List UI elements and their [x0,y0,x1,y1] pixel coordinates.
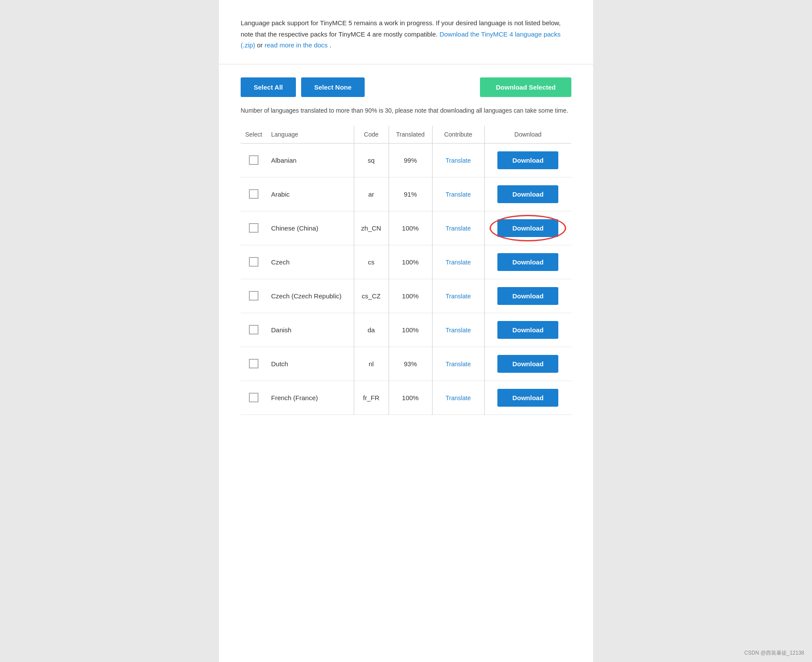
col-header-language: Language [267,126,354,144]
languages-note: Number of languages translated to more t… [241,106,571,115]
col-header-contribute: Contribute [432,126,484,144]
translated-pct-albanian: 99% [389,143,432,177]
language-name-chinese-china: Chinese (China) [267,211,354,245]
table-row: Danishda100%TranslateDownload [241,313,571,347]
row-select-cell [241,245,267,279]
download-button-french-france[interactable]: Download [497,389,558,407]
language-code-danish: da [354,313,389,347]
checkbox-dutch[interactable] [249,359,258,368]
contribute-cell-danish: Translate [432,313,484,347]
download-cell-french-france: Download [484,381,571,415]
language-name-french-france: French (France) [267,381,354,415]
table-row: Arabicar91%TranslateDownload [241,177,571,211]
download-button-czech-republic[interactable]: Download [497,287,558,305]
language-name-dutch: Dutch [267,347,354,381]
translate-link-dutch[interactable]: Translate [446,361,471,368]
row-select-cell [241,279,267,313]
checkbox-french-france[interactable] [249,393,258,402]
download-selected-button[interactable]: Download Selected [480,77,571,97]
download-button-danish[interactable]: Download [497,321,558,339]
info-section: Language pack support for TinyMCE 5 rema… [219,0,593,64]
row-select-cell [241,347,267,381]
contribute-cell-arabic: Translate [432,177,484,211]
table-row: Chinese (China)zh_CN100%TranslateDownloa… [241,211,571,245]
translated-pct-arabic: 91% [389,177,432,211]
checkbox-czech-republic[interactable] [249,291,258,301]
language-code-czech-republic: cs_CZ [354,279,389,313]
translate-link-czech[interactable]: Translate [446,259,471,266]
download-cell-arabic: Download [484,177,571,211]
contribute-cell-chinese-china: Translate [432,211,484,245]
translated-pct-czech: 100% [389,245,432,279]
controls-section: Select All Select None Download Selected… [219,64,593,424]
table-row: Albaniansq99%TranslateDownload [241,143,571,177]
translate-link-czech-republic[interactable]: Translate [446,293,471,300]
row-select-cell [241,177,267,211]
translate-link-arabic[interactable]: Translate [446,191,471,198]
download-cell-danish: Download [484,313,571,347]
table-header-row: Select Language Code Translated Contribu… [241,126,571,144]
language-code-dutch: nl [354,347,389,381]
row-select-cell [241,143,267,177]
checkbox-arabic[interactable] [249,189,258,199]
select-none-button[interactable]: Select None [301,77,365,97]
col-header-select: Select [241,126,267,144]
download-cell-chinese-china: Download [484,211,571,245]
download-button-dutch[interactable]: Download [497,355,558,373]
contribute-cell-czech-republic: Translate [432,279,484,313]
download-highlight-chinese-china: Download [497,219,558,237]
download-cell-albanian: Download [484,143,571,177]
read-more-link[interactable]: read more in the docs [265,41,328,49]
language-code-arabic: ar [354,177,389,211]
language-code-albanian: sq [354,143,389,177]
download-button-czech[interactable]: Download [497,253,558,271]
checkbox-danish[interactable] [249,325,258,334]
row-select-cell [241,211,267,245]
download-button-albanian[interactable]: Download [497,151,558,169]
col-header-download: Download [484,126,571,144]
info-text-between: or [257,41,265,49]
contribute-cell-albanian: Translate [432,143,484,177]
download-cell-czech: Download [484,245,571,279]
table-row: Dutchnl93%TranslateDownload [241,347,571,381]
table-row: French (France)fr_FR100%TranslateDownloa… [241,381,571,415]
info-paragraph: Language pack support for TinyMCE 5 rema… [241,17,571,51]
table-row: Czech (Czech Republic)cs_CZ100%Translate… [241,279,571,313]
language-code-chinese-china: zh_CN [354,211,389,245]
translate-link-french-france[interactable]: Translate [446,395,471,401]
checkbox-chinese-china[interactable] [249,223,258,233]
translated-pct-dutch: 93% [389,347,432,381]
table-row: Czechcs100%TranslateDownload [241,245,571,279]
download-button-chinese-china[interactable]: Download [497,219,558,237]
col-header-code: Code [354,126,389,144]
contribute-cell-czech: Translate [432,245,484,279]
translated-pct-french-france: 100% [389,381,432,415]
select-all-button[interactable]: Select All [241,77,296,97]
download-button-arabic[interactable]: Download [497,185,558,203]
translated-pct-czech-republic: 100% [389,279,432,313]
col-header-translated: Translated [389,126,432,144]
row-select-cell [241,313,267,347]
language-code-czech: cs [354,245,389,279]
download-cell-dutch: Download [484,347,571,381]
language-name-danish: Danish [267,313,354,347]
checkbox-czech[interactable] [249,257,258,267]
contribute-cell-dutch: Translate [432,347,484,381]
row-select-cell [241,381,267,415]
translate-link-chinese-china[interactable]: Translate [446,225,471,232]
contribute-cell-french-france: Translate [432,381,484,415]
language-name-czech-republic: Czech (Czech Republic) [267,279,354,313]
checkbox-albanian[interactable] [249,155,258,165]
language-name-czech: Czech [267,245,354,279]
language-name-albanian: Albanian [267,143,354,177]
info-text-after: . [329,41,331,49]
translate-link-albanian[interactable]: Translate [446,157,471,164]
download-cell-czech-republic: Download [484,279,571,313]
language-code-french-france: fr_FR [354,381,389,415]
translate-link-danish[interactable]: Translate [446,327,471,334]
watermark-text: CSDN @西装暴徒_12138 [744,649,804,657]
language-name-arabic: Arabic [267,177,354,211]
translated-pct-danish: 100% [389,313,432,347]
translated-pct-chinese-china: 100% [389,211,432,245]
button-row: Select All Select None Download Selected [241,77,571,97]
